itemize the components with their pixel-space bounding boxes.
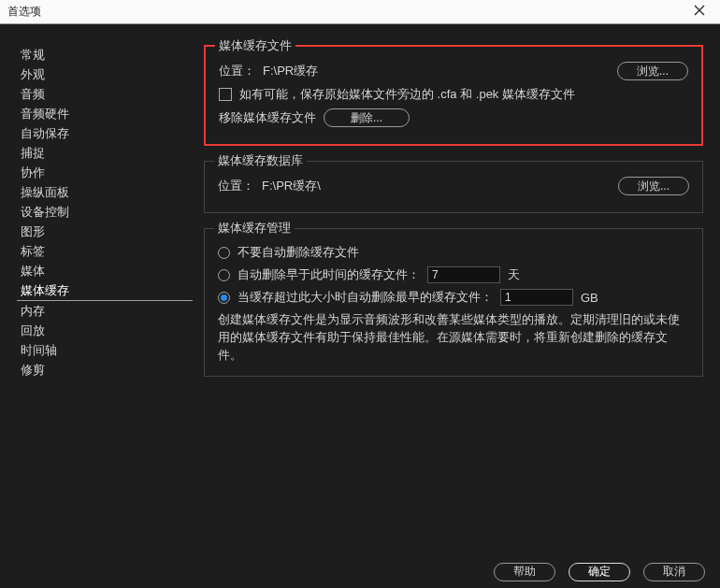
sidebar-item[interactable]: 时间轴 [17,340,204,360]
unit-label: GB [581,291,598,305]
group-title: 媒体缓存文件 [215,37,295,54]
help-button[interactable]: 帮助 [494,563,555,581]
sidebar-item[interactable]: 外观 [17,65,204,84]
browse-button[interactable]: 浏览... [617,62,688,80]
location-label: 位置： [219,63,255,79]
group-cache-db: 媒体缓存数据库 位置： F:\PR缓存\ 浏览... [204,161,703,213]
footer: 帮助 确定 取消 [0,555,720,588]
days-input[interactable] [427,266,500,283]
group-cache-files: 媒体缓存文件 位置： F:\PR缓存 浏览... 如有可能，保存原始媒体文件旁边… [204,45,703,146]
group-title: 媒体缓存管理 [214,220,295,237]
location-label: 位置： [218,178,254,194]
size-input[interactable] [500,289,573,306]
sidebar-item[interactable]: 音频 [17,84,204,104]
description-text: 创建媒体缓存文件是为显示音频波形和改善某些媒体类型的播放。定期清理旧的或未使用的… [218,311,689,365]
radio-label: 不要自动删除缓存文件 [238,244,359,261]
sidebar-item[interactable]: 回放 [17,321,204,340]
radio-label: 自动删除早于此时间的缓存文件： [238,266,420,283]
sidebar-item[interactable]: 常规 [17,45,204,65]
browse-button-db[interactable]: 浏览... [618,177,689,195]
radio-older-than[interactable] [218,269,230,281]
sidebar-item[interactable]: 媒体缓存 [17,280,193,301]
sidebar-item[interactable]: 内存 [17,301,204,321]
save-beside-media-checkbox[interactable] [219,88,232,101]
sidebar-item[interactable]: 协作 [17,163,204,182]
checkbox-label: 如有可能，保存原始媒体文件旁边的 .cfa 和 .pek 媒体缓存文件 [239,86,575,103]
group-title: 媒体缓存数据库 [214,152,307,169]
sidebar-item[interactable]: 捕捉 [17,143,204,163]
titlebar: 首选项 [0,0,720,24]
sidebar-item[interactable]: 音频硬件 [17,104,204,123]
unit-label: 天 [508,266,520,283]
sidebar-item[interactable]: 操纵面板 [17,182,204,202]
ok-button[interactable]: 确定 [569,563,630,581]
delete-button[interactable]: 删除... [324,108,410,127]
cancel-button[interactable]: 取消 [643,563,705,581]
close-icon[interactable] [686,5,713,19]
group-cache-mgmt: 媒体缓存管理 不要自动删除缓存文件 自动删除早于此时间的缓存文件： 天 当缓存超… [204,228,703,377]
sidebar-item[interactable]: 图形 [17,222,204,241]
radio-no-delete[interactable] [218,247,230,259]
radio-size-exceeds[interactable] [218,292,230,304]
remove-label: 移除媒体缓存文件 [219,109,316,126]
sidebar-item[interactable]: 修剪 [17,360,204,380]
sidebar-item[interactable]: 媒体 [17,261,204,280]
sidebar-item[interactable]: 自动保存 [17,123,204,143]
sidebar-item[interactable]: 设备控制 [17,202,204,222]
radio-label: 当缓存超过此大小时自动删除最早的缓存文件： [238,289,493,306]
sidebar: 常规外观音频音频硬件自动保存捕捉协作操纵面板设备控制图形标签媒体媒体缓存内存回放… [0,24,204,555]
sidebar-item[interactable]: 标签 [17,241,204,261]
window-title: 首选项 [7,4,41,20]
location-value: F:\PR缓存 [263,63,318,79]
location-value: F:\PR缓存\ [262,178,321,194]
